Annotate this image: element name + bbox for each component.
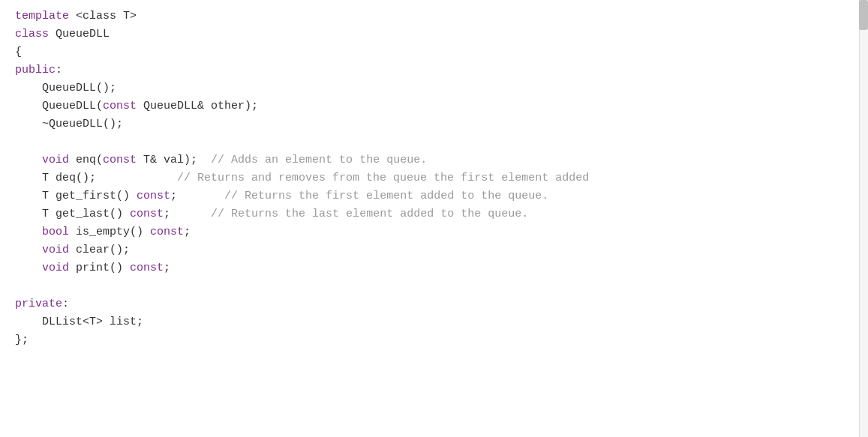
code-token: ;	[184, 226, 191, 238]
code-token: QueueDLL& other);	[137, 100, 258, 112]
code-token: ~QueueDLL();	[42, 118, 123, 130]
code-line: QueueDLL();	[15, 79, 853, 97]
code-token: clear();	[69, 244, 130, 256]
code-line	[15, 133, 853, 151]
code-line: class QueueDLL	[15, 25, 853, 43]
code-line: template <class T>	[15, 7, 853, 25]
code-token: ;	[170, 190, 224, 202]
code-token: QueueDLL	[56, 28, 110, 40]
code-token: enq(	[69, 154, 103, 166]
code-line: QueueDLL(const QueueDLL& other);	[15, 97, 853, 115]
code-token: is_empty()	[69, 226, 150, 238]
code-line: public:	[15, 61, 853, 79]
code-line: T get_first() const; // Returns the firs…	[15, 187, 853, 205]
code-token: // Returns the last element added to the…	[211, 208, 528, 220]
code-token: deq();	[49, 172, 177, 184]
scrollbar-thumb[interactable]	[859, 0, 868, 30]
code-token: QueueDLL();	[42, 82, 116, 94]
code-line: };	[15, 331, 853, 349]
code-token: print()	[69, 262, 130, 274]
code-line: bool is_empty() const;	[15, 223, 853, 241]
code-token: DLList<T> list;	[42, 316, 143, 328]
code-token: void	[42, 262, 69, 274]
code-line: T deq(); // Returns and removes from the…	[15, 169, 853, 187]
code-editor: template <class T>class QueueDLL{public:…	[0, 0, 868, 437]
code-token: const	[103, 154, 137, 166]
code-token: get_last()	[49, 208, 130, 220]
scrollbar[interactable]	[859, 0, 868, 437]
code-token: T& val);	[137, 154, 211, 166]
code-token: T	[42, 208, 49, 220]
code-token: QueueDLL(	[42, 100, 103, 112]
code-line: {	[15, 43, 853, 61]
code-token: :	[56, 64, 62, 76]
code-token: const	[137, 190, 170, 202]
code-token: public	[15, 64, 56, 76]
code-token: void	[42, 244, 69, 256]
code-token: T	[42, 172, 49, 184]
code-token: ;	[164, 208, 211, 220]
code-token: };	[15, 334, 29, 346]
code-line: void print() const;	[15, 259, 853, 277]
code-token: const	[150, 226, 184, 238]
code-line: ~QueueDLL();	[15, 115, 853, 133]
code-token: const	[130, 208, 164, 220]
code-token: template	[15, 10, 76, 22]
code-token: {	[15, 46, 22, 58]
code-line	[15, 277, 853, 295]
code-token: // Returns and removes from the queue th…	[177, 172, 589, 184]
code-token: class	[15, 28, 56, 40]
code-line: void clear();	[15, 241, 853, 259]
code-token: get_first()	[49, 190, 137, 202]
code-token: private	[15, 298, 62, 310]
code-line: void enq(const T& val); // Adds an eleme…	[15, 151, 853, 169]
code-line: T get_last() const; // Returns the last …	[15, 205, 853, 223]
code-token: :	[62, 298, 69, 310]
code-line: private:	[15, 295, 853, 313]
code-token: void	[42, 154, 69, 166]
code-token: <class T>	[76, 10, 137, 22]
code-token: bool	[42, 226, 69, 238]
code-token: // Returns the first element added to th…	[224, 190, 548, 202]
code-token: T	[42, 190, 49, 202]
code-token: // Adds an element to the queue.	[211, 154, 427, 166]
code-token: ;	[164, 262, 170, 274]
code-token: const	[103, 100, 137, 112]
code-line: DLList<T> list;	[15, 313, 853, 331]
code-token: const	[130, 262, 164, 274]
